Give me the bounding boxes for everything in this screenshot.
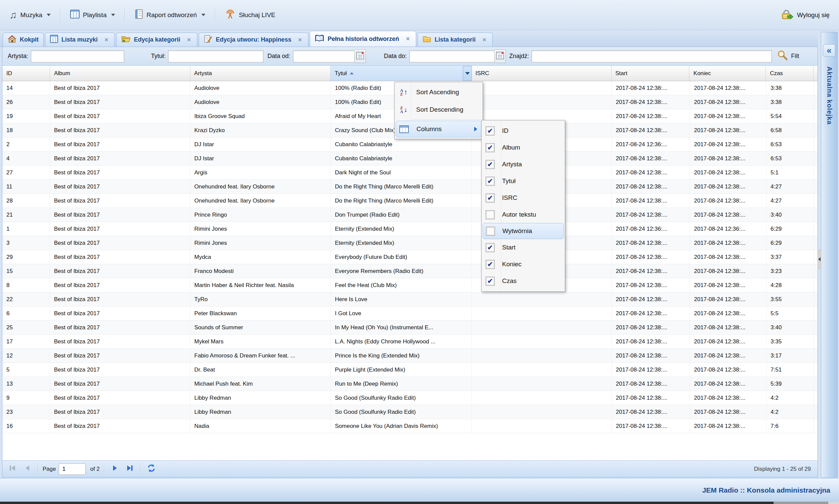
checkbox-icon[interactable]: ✔ [486,243,495,252]
cell-tytul[interactable]: Dark Night of the Soul [331,166,472,179]
cell-id[interactable]: 19 [2,109,50,123]
cell-id[interactable]: 15 [2,264,50,278]
cell-tytul[interactable]: Feel the Heat (Club Mix) [331,278,472,292]
submenu-item[interactable]: ✔ Start [482,239,565,256]
cell-album[interactable]: Best of Ibiza 2017 [50,151,190,165]
cell-czas[interactable]: 3:38 [767,95,814,109]
page-number-input[interactable] [59,464,86,475]
cell-start[interactable]: 2017-08-24 12:38:... [612,419,690,433]
cell-id[interactable]: 9 [2,391,50,405]
table-row[interactable]: 11 Best of Ibiza 2017 Onehundred feat. I… [2,180,818,194]
cell-start[interactable]: 2017-08-24 12:38:... [612,363,690,377]
cell-tytul[interactable]: Do the Right Thing (Marco Merelli Edit) [331,180,472,194]
cell-koniec[interactable]: 2017-08-24 12:38:... [690,151,767,165]
cell-czas[interactable]: 6:58 [767,123,814,137]
column-header-album[interactable]: Album [50,66,190,81]
cell-koniec[interactable]: 2017-08-24 12:38:... [690,81,767,95]
submenu-item[interactable]: ✔ ID [482,122,565,139]
table-row[interactable]: 8 Best of Ibiza 2017 Martin Haber & Neil… [2,278,818,292]
cell-tytul[interactable]: Eternity (Extended Mix) [331,236,472,250]
cell-tytul[interactable]: I Got Love [331,306,472,320]
cell-start[interactable]: 2017-08-24 12:38:... [612,349,690,362]
cell-album[interactable]: Best of Ibiza 2017 [50,236,190,250]
cell-album[interactable]: Best of Ibiza 2017 [50,222,190,236]
table-row[interactable]: 16 Best of Ibiza 2017 Nadia Someone Like… [2,419,818,433]
cell-koniec[interactable]: 2017-08-24 12:38:... [690,391,767,405]
cell-artysta[interactable]: Argis [190,166,331,179]
cell-start[interactable]: 2017-08-24 12:38:... [612,180,690,194]
cell-isrc[interactable] [472,419,612,433]
cell-id[interactable]: 28 [2,194,50,208]
cell-album[interactable]: Best of Ibiza 2017 [50,335,190,348]
checkbox-icon[interactable]: ✔ [486,210,495,219]
cell-tytul[interactable]: Eternity (Extended Mix) [331,222,472,236]
cell-start[interactable]: 2017-08-24 12:38:... [612,405,690,419]
cell-isrc[interactable] [472,306,612,320]
cell-tytul[interactable]: Everyone Remembers (Radio Edit) [331,264,472,278]
button-sluchaj-live[interactable]: Słuchaj LIVE [222,7,279,23]
cell-start[interactable]: 2017-08-24 12:36:... [612,138,690,151]
cell-koniec[interactable]: 2017-08-24 12:38:... [690,236,767,250]
cell-isrc[interactable] [472,349,612,362]
cell-czas[interactable]: 3:40 [767,208,814,222]
table-row[interactable]: 15 Best of Ibiza 2017 Franco Modesti Eve… [2,264,818,278]
cell-id[interactable]: 26 [2,95,50,109]
cell-artysta[interactable]: Prince Ringo [190,208,331,222]
cell-album[interactable]: Best of Ibiza 2017 [50,264,190,278]
cell-id[interactable]: 12 [2,349,50,362]
date-from-calendar-button[interactable] [355,50,366,63]
cell-koniec[interactable]: 2017-08-24 12:36:... [690,222,767,236]
cell-koniec[interactable]: 2017-08-24 12:38:... [690,278,767,292]
cell-start[interactable]: 2017-08-24 12:38:... [612,292,690,306]
close-icon[interactable]: ✕ [103,37,110,43]
cell-artysta[interactable]: Fabio Amoroso & Dream Funker feat. ... [190,349,331,362]
cell-artysta[interactable]: Franco Modesti [190,264,331,278]
cell-start[interactable]: 2017-08-24 12:38:... [612,264,690,278]
cell-id[interactable]: 3 [2,236,50,250]
cell-id[interactable]: 22 [2,292,50,306]
column-header-koniec[interactable]: Koniec [689,66,766,81]
cell-album[interactable]: Best of Ibiza 2017 [50,306,190,320]
cell-start[interactable]: 2017-08-24 12:38:... [612,250,690,264]
cell-czas[interactable]: 6:29 [767,222,814,236]
checkbox-icon[interactable]: ✔ [486,227,495,236]
cell-artysta[interactable]: DJ Istar [190,138,331,151]
cell-koniec[interactable]: 2017-08-24 12:38:... [690,208,767,222]
menu-muzyka[interactable]: ♫ Muzyka [6,8,54,22]
cell-start[interactable]: 2017-08-24 12:38:... [612,123,690,137]
cell-artysta[interactable]: Peter Blackswan [190,306,331,320]
cell-koniec[interactable]: 2017-08-24 12:38:... [690,250,767,264]
cell-koniec[interactable]: 2017-08-24 12:38:... [690,166,767,179]
table-row[interactable]: 2 Best of Ibiza 2017 DJ Istar Cubanito C… [2,138,818,151]
cell-artysta[interactable]: Libby Redman [190,405,331,419]
column-header-artysta[interactable]: Artysta [190,66,331,81]
cell-koniec[interactable]: 2017-08-24 12:38:... [690,335,767,348]
tab-pelna-historia[interactable]: Pełna historia odtworzeń ✕ [310,31,416,47]
cell-artysta[interactable]: Audiolove [190,81,331,95]
cell-id[interactable]: 21 [2,208,50,222]
cell-czas[interactable]: 3:23 [767,264,814,278]
close-icon[interactable]: ✕ [404,36,411,42]
cell-id[interactable]: 11 [2,180,50,194]
cell-start[interactable]: 2017-08-24 12:38:... [612,208,690,222]
cell-album[interactable]: Best of Ibiza 2017 [50,405,190,419]
cell-tytul[interactable]: Purple Light (Extended Mix) [331,363,472,377]
cell-czas[interactable]: 3:35 [767,335,814,348]
cell-id[interactable]: 23 [2,405,50,419]
table-row[interactable]: 13 Best of Ibiza 2017 Michael Push feat.… [2,377,818,391]
checkbox-icon[interactable]: ✔ [486,194,495,202]
cell-tytul[interactable]: Someone Like You (Adrian Davis Remix) [331,419,472,433]
search-filter-input[interactable] [531,50,772,62]
cell-album[interactable]: Best of Ibiza 2017 [50,377,190,391]
cell-start[interactable]: 2017-08-24 12:38:... [612,391,690,405]
submenu-item[interactable]: ✔ Koniec [482,256,565,273]
last-page-button[interactable] [124,463,136,475]
cell-album[interactable]: Best of Ibiza 2017 [50,250,190,264]
submenu-item[interactable]: ✔ Album [482,139,565,156]
tab-kokpit[interactable]: Kokpit [3,33,43,47]
cell-koniec[interactable]: 2017-08-24 12:38:... [690,138,767,151]
cell-id[interactable]: 14 [2,81,50,95]
table-row[interactable]: 27 Best of Ibiza 2017 Argis Dark Night o… [2,166,818,180]
cell-start[interactable]: 2017-08-24 12:38:... [612,236,690,250]
menu-item-sort-ascending[interactable]: AZ↑ Sort Ascending [395,84,483,101]
